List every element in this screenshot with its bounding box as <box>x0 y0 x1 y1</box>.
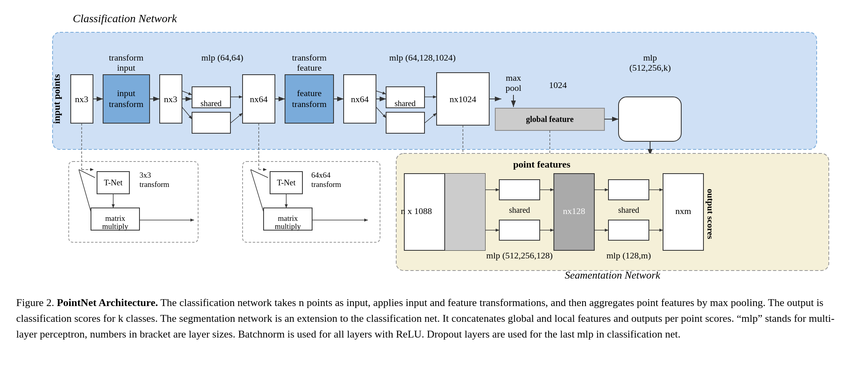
shared-label-2: shared <box>395 99 416 108</box>
tnet1-label: T-Net <box>104 178 122 187</box>
svg-line-54 <box>79 170 95 178</box>
svg-text:transform: transform <box>292 52 327 63</box>
tnet2-label: T-Net <box>277 178 296 187</box>
svg-rect-27 <box>386 112 424 133</box>
matrix1-label: matrix <box>105 214 125 222</box>
classification-network-label: Classification Network <box>73 12 852 25</box>
mlp3-label: mlp <box>643 52 657 63</box>
nxm-label: nxm <box>675 206 691 216</box>
global-feature-label: global feature <box>526 115 574 124</box>
mlp1-label: mlp (64,64) <box>201 52 243 63</box>
svg-text:feature: feature <box>297 63 321 73</box>
svg-rect-81 <box>608 180 649 200</box>
svg-text:multiply: multiply <box>275 222 301 231</box>
svg-rect-75 <box>499 220 540 240</box>
svg-line-63 <box>251 170 264 212</box>
svg-text:transform: transform <box>292 99 327 109</box>
svg-rect-74 <box>499 180 540 200</box>
nx3-label-2: nx3 <box>164 94 177 104</box>
svg-text:transform: transform <box>139 180 169 189</box>
svg-text:transform: transform <box>109 52 144 63</box>
figure-caption: Figure 2. PointNet Architecture. The cla… <box>16 295 849 342</box>
mlp2-label: mlp (64,128,1024) <box>389 52 456 63</box>
svg-text:transform: transform <box>109 99 144 109</box>
nx3-label-1: nx3 <box>75 94 89 104</box>
svg-text:(512,256,k): (512,256,k) <box>629 63 671 73</box>
matrix2-label: matrix <box>278 214 298 222</box>
shared-label-1: shared <box>201 99 222 108</box>
figure-num: Figure 2. <box>16 297 54 308</box>
svg-rect-12 <box>192 112 230 133</box>
shared-label-4: shared <box>618 206 639 214</box>
mlp-seg2-label: mlp (128,m) <box>606 250 651 260</box>
n1024-label: 1024 <box>549 80 567 90</box>
output-scores-seg-label: output scores <box>705 189 716 239</box>
nx1024-label: nx1024 <box>450 94 476 104</box>
svg-rect-39 <box>619 97 681 141</box>
nx64-label-1: nx64 <box>250 94 268 104</box>
transform2-label: 64x64 <box>311 171 331 179</box>
caption-title: PointNet Architecture. <box>57 297 158 308</box>
max-pool-label: max <box>506 73 521 83</box>
input-transform-top-label: input <box>117 63 135 73</box>
svg-text:multiply: multiply <box>102 222 129 231</box>
input-transform-label: input <box>117 88 135 98</box>
feature-transform-label: feature <box>297 88 321 98</box>
nx64-label-2: nx64 <box>351 94 369 104</box>
full-diagram: input points nx3 input transform input t… <box>16 28 852 279</box>
svg-text:transform: transform <box>311 180 341 189</box>
svg-rect-82 <box>608 220 649 240</box>
svg-text:pool: pool <box>505 83 521 93</box>
segmentation-label: Segmentation Network <box>565 269 661 279</box>
svg-line-62 <box>251 170 268 178</box>
nx128-label: nx128 <box>563 206 585 216</box>
svg-line-55 <box>79 170 91 212</box>
mlp-seg1-label: mlp (512,256,128) <box>486 250 553 260</box>
shared-label-3: shared <box>509 206 530 214</box>
svg-rect-70 <box>445 174 485 250</box>
diagram-area: Classification Network input points nx3 <box>16 12 852 342</box>
n-x-1088-label: n x 1088 <box>401 206 432 216</box>
transform1-label: 3x3 <box>139 171 151 179</box>
input-points-label: input points <box>51 74 62 124</box>
main-svg: input points nx3 input transform input t… <box>16 28 852 279</box>
point-features-label: point features <box>513 159 570 170</box>
